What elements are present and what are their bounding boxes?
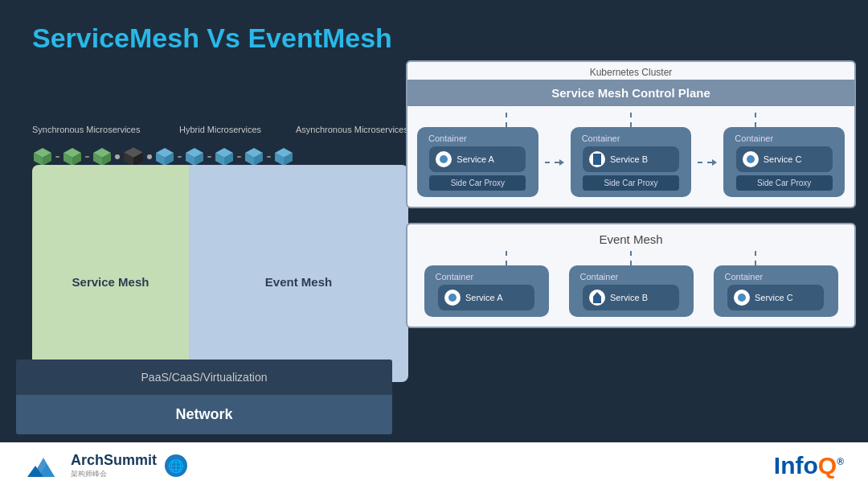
service-bubble-b: Service B <box>583 146 679 172</box>
infoq-logo: InfoQ® <box>774 452 844 479</box>
paas-bar: PaaS/CaaS/Virtualization <box>16 360 392 395</box>
network-bar: Network <box>16 395 392 434</box>
service-name-c: Service C <box>764 154 802 164</box>
right-panels: Kubernetes Cluster Service Mesh Control … <box>406 60 856 328</box>
connector <box>178 156 182 158</box>
service-mesh-box: Service Mesh <box>32 165 189 382</box>
infoq-superscript: ® <box>837 456 844 467</box>
event-service-icon-b <box>589 290 605 306</box>
event-service-icon-inner-c <box>738 294 746 302</box>
arch-summit-sub: 架构师峰会 <box>71 469 157 479</box>
h-arrow-2 <box>698 127 717 197</box>
arch-summit-name: ArchSummit <box>71 452 157 469</box>
connector <box>55 156 59 158</box>
connector <box>85 156 89 158</box>
container-box-b: Container Service B Side Car Proxy <box>571 127 692 197</box>
k8s-title: Kubernetes Cluster <box>407 62 854 80</box>
container-box-c: Container Service C Side Car Proxy <box>723 127 845 197</box>
k8s-cluster: Kubernetes Cluster Service Mesh Control … <box>406 60 856 208</box>
connector-dot <box>115 154 120 159</box>
event-container-box-a: Container Service A <box>424 265 549 317</box>
sidecar-bar-a: Side Car Proxy <box>429 175 526 191</box>
event-container-label-a: Container <box>436 272 474 281</box>
container-label-a: Container <box>428 134 467 143</box>
container-label-c: Container <box>735 134 773 143</box>
event-container-box-b: Container Service B <box>569 265 694 317</box>
event-mesh-title: Event Mesh <box>407 224 854 251</box>
connector <box>207 156 211 158</box>
sync-label: Synchronous Microservices <box>32 125 141 134</box>
event-service-bubble-a: Service A <box>438 285 534 310</box>
v-arrow <box>755 113 756 127</box>
event-service-name-b: Service B <box>610 293 648 302</box>
v-arrow-b2 <box>630 251 632 265</box>
v-arrow <box>630 113 632 127</box>
arch-summit-text-block: ArchSummit 架构师峰会 <box>71 452 157 479</box>
service-mesh-label: Service Mesh <box>72 275 149 289</box>
sidecar-bar-b: Side Car Proxy <box>583 175 679 191</box>
connector <box>237 156 241 158</box>
footer-logo-left: ArchSummit 架构师峰会 🌐 <box>24 451 187 480</box>
service-icon-c <box>743 151 759 167</box>
control-plane-bar: Service Mesh Control Plane <box>407 80 854 106</box>
container-label-b: Container <box>582 134 620 143</box>
connector-dot <box>147 154 152 159</box>
service-icon-b <box>589 151 605 167</box>
hybrid-label: Hybrid Microservices <box>179 125 261 134</box>
event-service-name-c: Service C <box>755 293 793 302</box>
event-container-label-c: Container <box>725 272 764 281</box>
bottom-bars: PaaS/CaaS/Virtualization Network <box>16 360 392 434</box>
event-service-bubble-c: Service C <box>727 285 824 310</box>
event-mesh-box: Event Mesh <box>189 165 408 382</box>
footer: ArchSummit 架构师峰会 🌐 InfoQ® <box>0 442 868 489</box>
event-containers-row: Container Service A Container <box>407 265 854 327</box>
connector <box>267 156 271 158</box>
globe-icon: 🌐 <box>165 454 187 477</box>
event-container-label-b: Container <box>580 272 619 281</box>
container-box-a: Container Service A Side Car Proxy <box>417 127 538 197</box>
event-service-name-a: Service A <box>465 293 502 302</box>
event-mesh-label: Event Mesh <box>265 275 332 289</box>
service-bubble-a: Service A <box>429 146 526 172</box>
async-label: Asynchronous Microservices <box>296 125 408 134</box>
mountain-icon <box>24 451 63 480</box>
service-icon-inner <box>440 155 448 163</box>
slide: ServiceMesh Vs EventMesh Synchronous Mic… <box>0 0 868 489</box>
slide-title: ServiceMesh Vs EventMesh <box>32 23 392 54</box>
v-arrow <box>506 113 507 127</box>
service-icon-inner-b <box>593 154 601 165</box>
micro-labels: Synchronous Microservices Hybrid Microse… <box>32 125 408 141</box>
mesh-area: Service Mesh Event Mesh <box>32 165 408 382</box>
event-service-icon-a <box>444 290 461 306</box>
event-service-icon-c <box>734 290 750 306</box>
service-bubble-c: Service C <box>736 146 833 172</box>
containers-row: Container Service A Side Car Proxy <box>407 127 854 207</box>
event-service-bubble-b: Service B <box>583 285 679 310</box>
service-icon-inner-c <box>747 155 755 163</box>
v-arrow-b1 <box>506 251 507 265</box>
event-service-icon-inner-b <box>593 292 601 303</box>
service-name-b: Service B <box>610 154 648 164</box>
sidecar-bar-c: Side Car Proxy <box>736 175 833 191</box>
event-mesh-panel: Event Mesh Container Service A <box>406 223 856 328</box>
v-arrow-b3 <box>755 251 756 265</box>
event-service-icon-inner-a <box>448 294 457 302</box>
service-icon-a <box>436 151 452 167</box>
v-arrows-above-bottom <box>407 251 854 265</box>
infoq-q: Q <box>818 452 837 479</box>
v-arrows-above <box>407 113 854 127</box>
service-name-a: Service A <box>457 154 493 164</box>
h-arrow-1 <box>545 127 564 197</box>
event-container-box-c: Container Service C <box>714 265 838 317</box>
